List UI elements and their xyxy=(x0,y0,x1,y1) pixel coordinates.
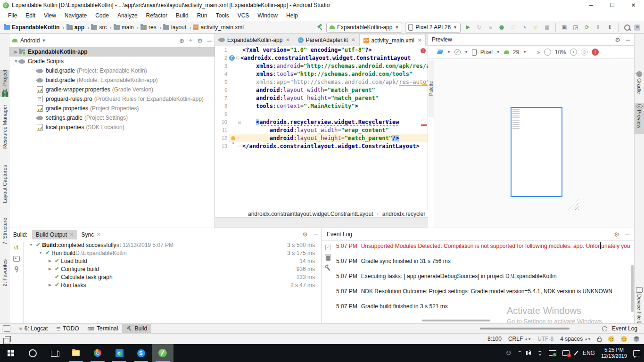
menu-refactor[interactable]: Refactor xyxy=(142,10,172,21)
event-log-entry[interactable]: 5:07 PMGradle build finished in 3 s 521 … xyxy=(336,303,630,311)
warning-stripe-mark[interactable] xyxy=(422,84,427,85)
happy-feedback-icon[interactable] xyxy=(608,336,614,342)
gear-icon[interactable]: ⚙ xyxy=(302,231,308,238)
event-log-entries[interactable]: 5:07 PMUnsupported Modules Detected: Com… xyxy=(334,241,630,323)
target-device-select[interactable]: Pixel 2 API 26 ▼ xyxy=(405,23,461,33)
menu-code[interactable]: Code xyxy=(91,10,113,21)
preview-canvas[interactable] xyxy=(434,60,634,228)
stop-button[interactable] xyxy=(543,23,551,32)
whatsapp-button[interactable] xyxy=(108,344,130,362)
tree-item[interactable]: proguard-rules.pro(ProGuard Rules for Ex… xyxy=(9,94,215,104)
zoom-fit-button[interactable]: ⊘ xyxy=(581,49,588,56)
wifi-icon[interactable] xyxy=(537,351,543,355)
gear-icon[interactable]: ⚙ xyxy=(614,231,619,238)
code-line[interactable]: 6 android:layout_width="match_parent" xyxy=(215,86,428,94)
code-line[interactable]: 13⌐</androidx.constraintlayout.widget.Co… xyxy=(215,142,428,150)
breadcrumb-item[interactable]: src xyxy=(91,24,107,31)
close-button[interactable]: ✕ xyxy=(623,0,644,10)
inspection-profile-icon[interactable] xyxy=(634,336,639,342)
sidebar-item-resource-manager[interactable]: Resource Manager xyxy=(0,105,9,150)
breadcrumb-item[interactable]: app xyxy=(66,24,84,31)
maximize-button[interactable]: ☐ xyxy=(602,0,623,10)
build-tree-row[interactable]: ▶✔Run tasks2 s 47 ms xyxy=(24,281,322,289)
code-line[interactable]: 9 xyxy=(215,110,428,118)
event-log-entry[interactable]: 5:07 PMNDK Resolution Outcome: Project s… xyxy=(336,288,630,296)
horizontal-scrollbar[interactable] xyxy=(422,320,490,321)
battery-icon[interactable] xyxy=(549,350,556,356)
readonly-lock-icon[interactable] xyxy=(597,338,602,342)
breadcrumb-constraintlayout[interactable]: androidx.constraintlayout.widget.Constra… xyxy=(248,211,373,217)
apply-changes-button[interactable]: ↻ xyxy=(475,23,483,32)
tree-toggle-icon[interactable]: ▼ xyxy=(28,243,34,247)
skype-button[interactable]: S xyxy=(130,344,152,362)
tree-item[interactable]: ▶ExpandableKotlin-app xyxy=(9,47,215,57)
run-menu-icon[interactable]: ≡ xyxy=(486,23,495,32)
gear-icon[interactable]: ⚙ xyxy=(615,36,620,43)
line-ending-widget[interactable]: CRLF ▲▼ xyxy=(508,336,531,342)
menu-run[interactable]: Run xyxy=(193,10,212,21)
caret-position-widget[interactable]: 8:100 xyxy=(487,336,502,342)
code-line[interactable]: 10⊟ <androidx.recyclerview.widget.Recycl… xyxy=(215,118,428,126)
avd-manager-icon[interactable]: ⬇ xyxy=(605,23,614,32)
cortana-button[interactable] xyxy=(22,344,43,362)
search-everywhere-button[interactable] xyxy=(623,23,631,32)
checkbox-icon[interactable]: ✓ xyxy=(325,245,331,250)
tab-build[interactable]: Build xyxy=(122,324,151,334)
tab-todo[interactable]: ☰TODO xyxy=(52,324,83,334)
breadcrumb-recyclerview[interactable]: androidx.recycler xyxy=(382,211,425,217)
close-icon[interactable]: ✕ xyxy=(418,38,421,43)
sad-feedback-icon[interactable] xyxy=(621,336,627,342)
zoom-in-button[interactable]: + xyxy=(570,49,577,56)
editor-tab-activity-main-xml[interactable]: <>activity_main.xml✕ xyxy=(360,34,426,46)
encoding-widget[interactable]: UTF-8 xyxy=(537,336,553,342)
run-task-icon[interactable] xyxy=(13,256,20,262)
breadcrumb-item[interactable]: activity_main.xml xyxy=(193,24,243,31)
breadcrumb-item[interactable]: ExpandableKotlin xyxy=(4,24,59,31)
debug-button[interactable]: ⬣ xyxy=(497,23,506,32)
tab-terminal[interactable]: ⌨Terminal xyxy=(83,324,123,334)
resize-handle[interactable] xyxy=(569,199,579,210)
code-line[interactable]: 4 xmlns:tools="http://schemas.android.co… xyxy=(215,70,428,78)
menu-analyze[interactable]: Analyze xyxy=(113,10,142,21)
close-icon[interactable]: ✕ xyxy=(70,232,74,237)
apply-code-changes-icon[interactable]: ⚡ xyxy=(531,23,540,32)
start-button[interactable] xyxy=(0,344,22,362)
display-alert-icon[interactable] xyxy=(562,350,570,356)
pin-icon[interactable] xyxy=(15,266,18,270)
fold-marker-icon[interactable]: ⌐ xyxy=(237,134,242,142)
tree-toggle-icon[interactable]: ▶ xyxy=(47,283,53,287)
hide-panel-icon[interactable]: ─ xyxy=(626,36,630,43)
code-line[interactable]: 5 xmlns:app="http://schemas.android.com/… xyxy=(215,78,428,86)
tree-item[interactable]: build.gradle(Module: ExpandableKotlin-ap… xyxy=(9,75,215,85)
menu-window[interactable]: Window xyxy=(253,10,282,21)
tree-item[interactable]: gradle-wrapper.properties(Gradle Version… xyxy=(9,85,215,94)
build-tree-row[interactable]: ▶✔Load build14 ms xyxy=(24,257,322,265)
preview-api-select[interactable]: 29 xyxy=(513,49,519,56)
profiler-button[interactable]: ◔ xyxy=(520,23,528,32)
close-icon[interactable]: ✕ xyxy=(351,37,355,42)
editor-tab-expandablekotlin-app[interactable]: ExpandableKotlin-app✕ xyxy=(215,34,294,46)
code-line[interactable]: 8 tools:context=".MainActivity"> xyxy=(215,102,428,110)
fold-marker-icon[interactable]: ⌐ xyxy=(237,142,242,150)
menu-vcs[interactable]: VCS xyxy=(233,10,254,21)
menu-navigate[interactable]: Navigate xyxy=(60,10,91,21)
code-line[interactable]: 11 android:layout_width="wrap_content" xyxy=(215,126,428,134)
menu-tools[interactable]: Tools xyxy=(212,10,233,21)
sdk-manager-icon[interactable]: ⇩ xyxy=(594,23,603,32)
restart-build-icon[interactable]: ↺ xyxy=(13,244,20,251)
task-view-button[interactable] xyxy=(43,344,65,362)
event-log-entry[interactable]: 5:07 PMUnsupported Modules Detected: Com… xyxy=(336,243,630,250)
horizontal-scrollbar[interactable] xyxy=(480,328,570,329)
clear-log-icon[interactable] xyxy=(326,256,330,261)
hide-panel-icon[interactable]: ─ xyxy=(314,231,318,238)
indent-widget[interactable]: 4 spaces ▲▼ xyxy=(560,336,591,342)
tree-toggle-icon[interactable]: ▶ xyxy=(47,259,53,263)
code-line[interactable]: 12⌐ android:layout_height="match_parent"… xyxy=(215,134,428,142)
menu-view[interactable]: View xyxy=(40,10,60,21)
tree-item[interactable]: settings.gradle(Project Settings) xyxy=(9,113,215,123)
pen-icon[interactable] xyxy=(574,351,578,355)
volume-icon[interactable] xyxy=(528,351,531,355)
make-project-icon[interactable] xyxy=(317,24,323,31)
error-stripe-mark[interactable] xyxy=(421,124,427,126)
code-editor[interactable]: 1<?xml version="1.0" encoding="utf-8"?>2… xyxy=(215,46,428,210)
